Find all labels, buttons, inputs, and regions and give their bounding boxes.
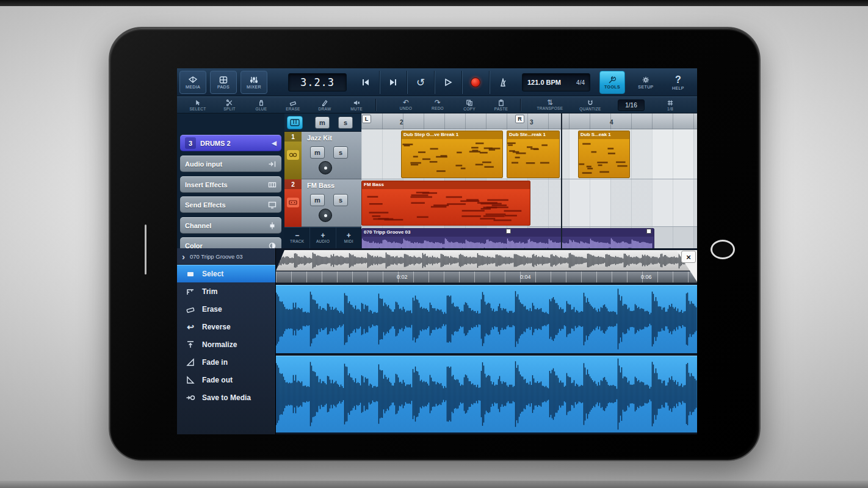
track-name: FM Bass: [307, 182, 335, 189]
select-tool-button[interactable]: SELECT: [182, 99, 214, 111]
left-locator-marker[interactable]: L: [362, 115, 371, 123]
midi-clip[interactable]: Dub Ste...reak 1: [507, 131, 560, 178]
add-midi-label: MIDI: [344, 239, 353, 243]
track-solo-button[interactable]: s: [333, 146, 348, 159]
menu-item-normalize[interactable]: Normalize: [177, 336, 275, 353]
volume-knob[interactable]: [319, 209, 332, 222]
grid-snap-button[interactable]: 1/8: [654, 99, 686, 111]
selected-track-name: DRUMS 2: [200, 140, 231, 147]
track-row-fm-bass[interactable]: 2 FM Bass m s: [284, 179, 361, 227]
time-label: 0:04: [520, 274, 531, 280]
tablet-device: MEDIA PADS MIXER 3.2.3: [109, 27, 761, 461]
redo-button[interactable]: ↷ REDO: [422, 99, 454, 110]
editor-clip-title: 070 Tripp Groove 03: [190, 253, 243, 260]
timeline-ruler[interactable]: 2 3 4 L R: [361, 113, 697, 129]
midi-clip[interactable]: Dub S...eak 1: [578, 131, 630, 178]
metronome-button[interactable]: [489, 71, 516, 94]
menu-item-select[interactable]: Select: [177, 265, 275, 282]
media-button[interactable]: MEDIA: [179, 71, 206, 94]
record-button[interactable]: [461, 71, 489, 94]
audio-input-icon: [268, 160, 277, 168]
clip-handle[interactable]: [506, 229, 511, 234]
menu-item-label: Select: [202, 270, 223, 278]
close-editor-button[interactable]: ×: [681, 251, 696, 263]
volume-knob[interactable]: [319, 161, 332, 174]
waveform-channel-left[interactable]: [276, 285, 697, 353]
forward-button[interactable]: [379, 71, 407, 94]
menu-item-fade-out[interactable]: Fade out: [177, 371, 275, 389]
track-row-jazz-kit[interactable]: 1 Jazz Kit m s: [284, 132, 361, 179]
app-screen: MEDIA PADS MIXER 3.2.3: [177, 68, 697, 434]
transpose-button[interactable]: ⇅ TRANSPOSE: [530, 99, 570, 110]
select-tool-label: SELECT: [189, 107, 206, 111]
track-color-tab[interactable]: 2: [284, 179, 302, 227]
paste-button[interactable]: PASTE: [485, 99, 517, 111]
transpose-label: TRANSPOSE: [537, 106, 563, 110]
master-solo-button[interactable]: s: [338, 117, 353, 129]
menu-item-trim[interactable]: Trim: [177, 282, 275, 300]
menu-item-erase[interactable]: Erase: [177, 300, 275, 318]
bezel-highlight: [145, 224, 146, 274]
copy-button[interactable]: COPY: [454, 99, 485, 111]
midi-notes-preview: [579, 139, 628, 176]
cycle-button[interactable]: ↺: [407, 71, 434, 94]
tools-button[interactable]: TOOLS: [599, 71, 625, 94]
menu-item-reverse[interactable]: ↩ Reverse: [177, 318, 275, 336]
track-solo-button[interactable]: s: [333, 194, 348, 206]
inspector-audio-input[interactable]: Audio input: [180, 156, 281, 172]
track-color-tab[interactable]: 1: [284, 132, 302, 179]
mute-tool-button[interactable]: MUTE: [341, 99, 372, 111]
split-tool-button[interactable]: SPLIT: [214, 99, 245, 111]
tempo-display[interactable]: 121.0 BPM 4/4: [522, 73, 590, 92]
add-audio-track-button[interactable]: + AUDIO: [310, 228, 336, 248]
delete-track-button[interactable]: − TRACK: [284, 228, 310, 248]
expand-arrow-icon[interactable]: ›: [182, 251, 185, 262]
undo-button[interactable]: ↶ UNDO: [390, 99, 422, 110]
midi-clip[interactable]: Dub Step G...ve Break 1: [401, 131, 503, 178]
inspector-channel[interactable]: Channel: [180, 217, 281, 234]
send-effects-icon: [268, 201, 277, 209]
edit-toolbar: SELECT SPLIT GLUE ERASE DRAW: [177, 96, 697, 113]
waveform-overview-strip[interactable]: [276, 250, 697, 271]
bar-number: 4: [610, 119, 613, 126]
menu-header[interactable]: › 070 Tripp Groove 03: [177, 248, 275, 265]
track-mute-button[interactable]: m: [310, 146, 325, 159]
editor-time-ruler[interactable]: 0:02 0:04 0:06: [276, 271, 697, 283]
menu-item-label: Erase: [202, 305, 222, 314]
draw-tool-button[interactable]: DRAW: [309, 99, 341, 111]
setup-button[interactable]: SETUP: [633, 71, 659, 94]
bass-notes-preview: [362, 189, 529, 223]
track-type-button[interactable]: [287, 116, 303, 129]
inspector-insert-effects[interactable]: Insert Effects: [180, 176, 281, 193]
draw-tool-label: DRAW: [319, 107, 331, 111]
quantize-button[interactable]: QUANTIZE: [570, 99, 610, 111]
right-locator-marker[interactable]: R: [515, 115, 524, 123]
menu-item-save-to-media[interactable]: Save to Media: [177, 389, 275, 406]
bass-clip[interactable]: FM Bass: [361, 181, 530, 226]
select-tool-icon: [194, 99, 201, 106]
song-position-display[interactable]: 3.2.3: [288, 73, 347, 92]
quantize-value-display[interactable]: 1/16: [618, 99, 645, 111]
mixer-label: MIXER: [247, 85, 261, 89]
pads-button[interactable]: PADS: [210, 71, 237, 94]
copy-label: COPY: [463, 107, 476, 111]
add-midi-track-button[interactable]: + MIDI: [336, 228, 361, 248]
track-mute-button[interactable]: m: [310, 194, 325, 206]
inspector-selected-track[interactable]: 3 DRUMS 2 ◀: [180, 135, 281, 151]
midi-notes-preview: [507, 139, 558, 176]
grid-icon: [667, 99, 674, 106]
clip-title: FM Bass: [362, 181, 530, 189]
erase-tool-button[interactable]: ERASE: [277, 99, 309, 111]
clip-handle[interactable]: [646, 229, 651, 234]
help-button[interactable]: ? HELP: [665, 71, 691, 94]
play-icon: [443, 78, 453, 87]
waveform-channel-right[interactable]: [276, 356, 697, 432]
inspector-send-effects[interactable]: Send Effects: [180, 196, 281, 213]
play-button[interactable]: [434, 71, 461, 94]
menu-item-fade-in[interactable]: Fade in: [177, 353, 275, 371]
mixer-button[interactable]: MIXER: [241, 71, 267, 94]
eraser-icon: [289, 99, 297, 106]
glue-tool-button[interactable]: GLUE: [245, 99, 277, 111]
rewind-button[interactable]: [352, 71, 379, 94]
master-mute-button[interactable]: m: [315, 117, 330, 129]
